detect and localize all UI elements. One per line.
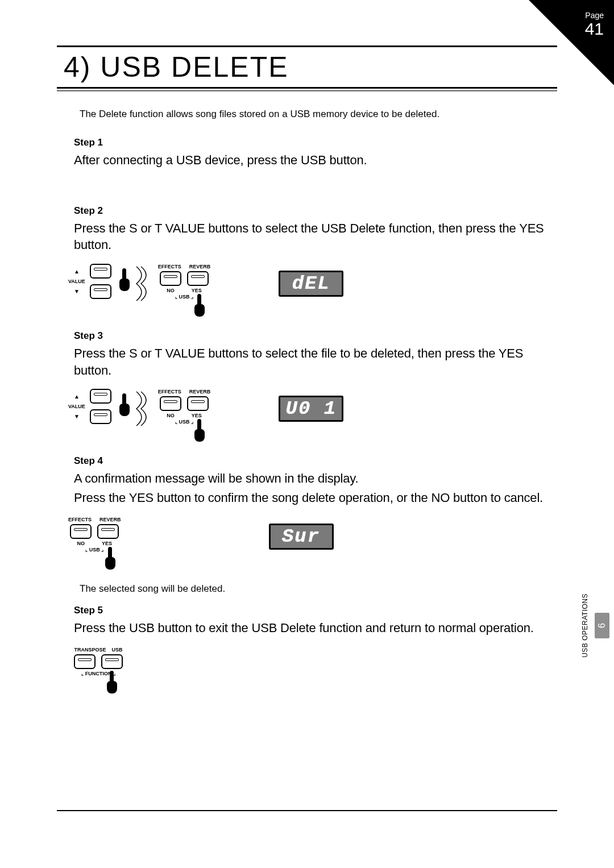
step5-text: Press the USB button to exit the USB Del… [74, 620, 557, 637]
triangle-up-icon: ▲ [74, 269, 80, 275]
effects-caption: EFFECTS [158, 389, 181, 394]
effects-caption: EFFECTS [68, 517, 92, 522]
deletion-note: The selected song will be deleted. [80, 583, 557, 595]
step1-text: After connecting a USB device, press the… [74, 152, 557, 169]
reverb-caption: REVERB [99, 517, 121, 522]
no-caption: NO [77, 541, 85, 546]
pointing-hand-icon [116, 397, 133, 416]
pointing-hand-icon [191, 422, 208, 442]
usb-caption: USB [112, 647, 123, 653]
lcd-text: Sur [282, 526, 320, 547]
bottom-rule [57, 810, 557, 811]
usb-caption-small: USB [85, 547, 103, 553]
value-down-button [90, 409, 111, 424]
pointing-hand-icon [191, 297, 208, 317]
transpose-usb-diagram: TRANSPOSE USB FUNCTION [74, 647, 123, 693]
step5-label: Step 5 [74, 605, 557, 616]
step3-text: Press the S or T VALUE buttons to select… [74, 345, 557, 379]
usb-caption-small: USB [175, 419, 193, 425]
page-label: Page [585, 11, 604, 20]
transition-curves-icon [135, 264, 156, 304]
lcd-text: U0 1 [286, 398, 337, 420]
value-up-button [90, 264, 111, 279]
yes-caption: YES [192, 288, 202, 293]
effects-reverb-diagram: EFFECTS REVERB NO YES USB [68, 517, 121, 570]
effects-caption: EFFECTS [158, 264, 181, 269]
lcd-display: dEL [279, 271, 343, 297]
reverb-caption: REVERB [189, 264, 211, 269]
transpose-button [74, 654, 96, 669]
value-down-button [90, 284, 111, 299]
yes-caption: YES [102, 541, 112, 546]
effects-reverb-diagram: EFFECTS REVERB NO YES USB [158, 389, 211, 442]
effects-button [70, 524, 92, 539]
step4-text-1: A confirmation message will be shown in … [74, 470, 557, 487]
pointing-hand-icon [102, 550, 119, 570]
transpose-caption: TRANSPOSE [74, 647, 106, 653]
effects-reverb-diagram: EFFECTS REVERB NO YES USB [158, 264, 211, 317]
yes-caption: YES [192, 413, 202, 418]
triangle-down-icon: ▼ [74, 414, 80, 420]
lcd-display: U0 1 [279, 396, 343, 422]
step4-text-2: Press the YES button to confirm the song… [74, 489, 557, 506]
side-chapter-number: 6 [595, 613, 609, 638]
page-corner: Page 41 [529, 0, 614, 85]
reverb-button [187, 271, 209, 286]
transition-curves-icon [135, 389, 156, 429]
reverb-button [97, 524, 119, 539]
page-title: 4) USB DELETE [57, 47, 557, 87]
pointing-hand-icon [116, 272, 133, 291]
usb-caption-small: USB [175, 294, 193, 300]
lcd-display: Sur [269, 524, 334, 550]
step3-label: Step 3 [74, 330, 557, 342]
no-caption: NO [167, 413, 175, 418]
effects-button [160, 396, 181, 411]
value-caption: VALUE [68, 279, 85, 284]
value-buttons-diagram: ▲ VALUE ▼ [68, 389, 133, 424]
reverb-button [187, 396, 209, 411]
step2-text: Press the S or T VALUE buttons to select… [74, 220, 557, 254]
usb-button [101, 654, 123, 669]
no-caption: NO [167, 288, 175, 293]
value-up-button [90, 389, 111, 404]
lcd-text: dEL [292, 273, 330, 294]
value-caption: VALUE [68, 404, 85, 409]
step4-label: Step 4 [74, 455, 557, 467]
intro-text: The Delete function allows song files st… [80, 109, 557, 120]
effects-button [160, 271, 181, 286]
triangle-down-icon: ▼ [74, 289, 80, 294]
step2-label: Step 2 [74, 205, 557, 217]
value-buttons-diagram: ▲ VALUE ▼ [68, 264, 133, 299]
side-section-label: USB OPERATIONS [581, 593, 589, 658]
page-number: 41 [585, 20, 604, 38]
triangle-up-icon: ▲ [74, 394, 80, 400]
step1-label: Step 1 [74, 137, 557, 148]
reverb-caption: REVERB [189, 389, 211, 394]
pointing-hand-icon [103, 674, 121, 693]
